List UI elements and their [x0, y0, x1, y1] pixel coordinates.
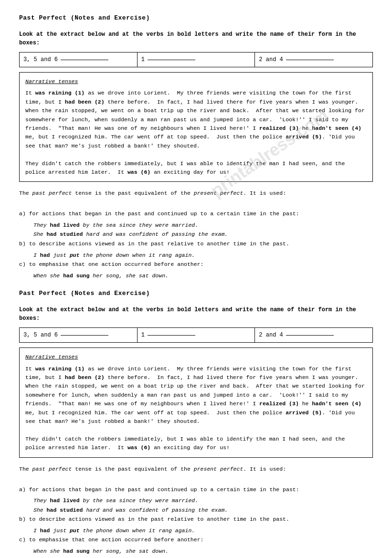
- notes-example-a1-1: They had lived by the sea since they wer…: [19, 221, 373, 230]
- page-title-2: Past Perfect (Notes and Exercise): [19, 290, 373, 297]
- box-underline-2c[interactable]: [286, 335, 334, 336]
- section-2: Past Perfect (Notes and Exercise) Look a…: [19, 290, 373, 556]
- notes-example-a1-2: They had lived by the sea since they wer…: [19, 496, 373, 505]
- box-underline-2a[interactable]: [61, 335, 108, 336]
- box-underline-1a[interactable]: [61, 60, 108, 60]
- notes-point-a-1: a) for actions that began in the past an…: [19, 209, 373, 219]
- instruction-2: Look at the extract below and at the ver…: [19, 305, 373, 323]
- page-title-1: Past Perfect (Notes and Exercise): [19, 14, 373, 21]
- notes-example-c-1: When she had sung her song, she sat down…: [19, 271, 373, 281]
- box-cell-1b: 1: [138, 53, 255, 67]
- notes-example-b-2: I had just put the phone down when it ra…: [19, 526, 373, 536]
- notes-point-a-2: a) for actions that began in the past an…: [19, 485, 373, 495]
- box-label-1b: 1: [141, 56, 145, 63]
- notes-section-2: The past perfect tense is the past equiv…: [19, 464, 373, 556]
- notes-example-c-2: When she had sung her song, she sat down…: [19, 547, 373, 556]
- narrative-title-1: Narrative tenses: [25, 77, 367, 86]
- box-cell-2c: 2 and 4: [255, 328, 372, 342]
- box-cell-2b: 1: [138, 328, 255, 342]
- notes-intro-1: The past perfect tense is the past equiv…: [19, 189, 373, 198]
- box-label-1a: 3, 5 and 6: [23, 56, 58, 63]
- box-underline-1b[interactable]: [148, 60, 195, 60]
- box-underline-2b[interactable]: [148, 335, 195, 336]
- narrative-box-2: Narrative tenses It was raining (1) as w…: [19, 347, 373, 457]
- box-cell-2a: 3, 5 and 6: [20, 328, 138, 342]
- boxes-row-1: 3, 5 and 6 1 2 and 4: [19, 52, 373, 67]
- instruction-1: Look at the extract below and at the ver…: [19, 30, 373, 47]
- box-label-2a: 3, 5 and 6: [23, 332, 58, 338]
- narrative-text-1: It was raining (1) as we drove into Lori…: [25, 89, 367, 177]
- box-label-1c: 2 and 4: [259, 56, 283, 63]
- notes-point-b-2: b) to describe actions viewed as in the …: [19, 515, 373, 524]
- narrative-box-1: Narrative tenses It was raining (1) as w…: [19, 72, 373, 182]
- narrative-title-2: Narrative tenses: [25, 353, 367, 361]
- section-1: Past Perfect (Notes and Exercise) Look a…: [19, 14, 373, 280]
- notes-section-1: The past perfect tense is the past equiv…: [19, 189, 373, 280]
- notes-point-c-2: c) to emphasise that one action occurred…: [19, 535, 373, 545]
- narrative-text-2: It was raining (1) as we drove into Lori…: [25, 365, 367, 453]
- box-underline-1c[interactable]: [286, 60, 334, 60]
- box-label-2c: 2 and 4: [259, 332, 283, 338]
- boxes-row-2: 3, 5 and 6 1 2 and 4: [19, 327, 373, 343]
- box-cell-1a: 3, 5 and 6: [20, 53, 138, 67]
- notes-example-b-1: I had just put the phone down when it ra…: [19, 251, 373, 260]
- box-cell-1c: 2 and 4: [255, 53, 372, 67]
- notes-example-a2-2: She had studied hard and was confident o…: [19, 505, 373, 515]
- notes-example-a2-1: She had studied hard and was confident o…: [19, 230, 373, 239]
- notes-point-c-1: c) to emphasise that one action occurred…: [19, 260, 373, 269]
- notes-point-b-1: b) to describe actions viewed as in the …: [19, 239, 373, 249]
- box-label-2b: 1: [141, 332, 145, 338]
- page-container: Past Perfect (Notes and Exercise) Look a…: [19, 14, 373, 556]
- notes-intro-2: The past perfect tense is the past equiv…: [19, 464, 373, 474]
